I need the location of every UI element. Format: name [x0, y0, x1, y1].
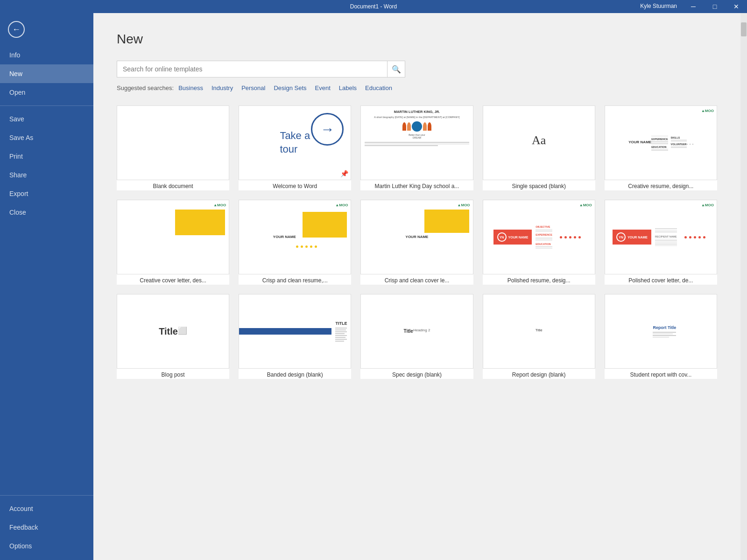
template-thumb-polished-cover: ▲MOO YN YOUR NAME RECIPIENT NAME — [605, 200, 717, 274]
app-body: ← Info New Open Save Save As Print Share… — [0, 13, 747, 560]
template-banded[interactable]: TITLE Banded design (blank — [239, 294, 351, 379]
template-blog-post[interactable]: Title ⬜ Blog post — [117, 294, 229, 379]
template-thumb-crisp-resume: ▲MOO YOUR NAME — [239, 200, 351, 274]
template-mlk[interactable]: MARTIN LUTHER KING, JR. A short biograph… — [360, 105, 473, 190]
sidebar-item-export[interactable]: Export — [0, 184, 93, 203]
template-thumb-creative-cover: ▲MOO — [117, 200, 229, 274]
template-thumb-blank — [117, 105, 229, 180]
template-label-student-report: Student report with cov... — [605, 369, 717, 379]
template-creative-cover[interactable]: ▲MOO — [117, 200, 229, 285]
sidebar-divider-1 — [0, 105, 93, 106]
sidebar-item-save-as[interactable]: Save As — [0, 128, 93, 147]
template-student-report[interactable]: Report Title Student report with cov... — [605, 294, 717, 379]
template-label-blank: Blank document — [117, 180, 229, 190]
suggested-link-labels[interactable]: Labels — [339, 84, 357, 91]
sidebar: ← Info New Open Save Save As Print Share… — [0, 13, 93, 560]
sidebar-label-print: Print — [9, 153, 23, 160]
template-label-creative-resume: Creative resume, design... — [605, 180, 717, 190]
sidebar-label-export: Export — [9, 190, 28, 197]
sidebar-label-share: Share — [9, 171, 27, 179]
template-thumb-single-spaced: Aa — [483, 105, 595, 180]
template-crisp-resume[interactable]: ▲MOO YOUR NAME — [239, 200, 351, 285]
template-report[interactable]: Title Report design (blank) — [483, 294, 595, 379]
sidebar-label-save: Save — [9, 115, 24, 123]
template-label-creative-cover: Creative cover letter, des... — [117, 274, 229, 285]
sidebar-item-account[interactable]: Account — [0, 499, 93, 518]
maximize-button[interactable]: □ — [704, 0, 726, 13]
minimize-button[interactable]: ─ — [683, 0, 704, 13]
search-input[interactable] — [117, 61, 388, 77]
suggested-label: Suggested searches: — [117, 84, 174, 91]
sidebar-label-new: New — [9, 70, 22, 77]
sidebar-item-print[interactable]: Print — [0, 147, 93, 166]
suggested-link-personal[interactable]: Personal — [241, 84, 265, 91]
template-grid: Blank document Take atour → 📌 Welcome to… — [117, 105, 717, 379]
suggested-link-design-sets[interactable]: Design Sets — [274, 84, 306, 91]
sidebar-item-open[interactable]: Open — [0, 83, 93, 102]
sidebar-divider-2 — [0, 495, 93, 496]
search-icon: 🔍 — [392, 65, 401, 74]
sidebar-label-options: Options — [9, 542, 32, 550]
sidebar-item-new[interactable]: New — [0, 64, 93, 83]
search-bar: 🔍 — [117, 61, 717, 77]
template-label-banded: Banded design (blank) — [239, 369, 351, 379]
template-label-crisp-cover: Crisp and clean cover le... — [360, 274, 473, 285]
template-tour[interactable]: Take atour → 📌 Welcome to Word — [239, 105, 351, 190]
template-thumb-spec: Title Heading 2 — [360, 294, 473, 369]
sidebar-item-info[interactable]: Info — [0, 46, 93, 64]
sidebar-item-close[interactable]: Close — [0, 203, 93, 222]
template-thumb-report: Title — [483, 294, 595, 369]
suggested-link-industry[interactable]: Industry — [211, 84, 233, 91]
template-label-polished-cover: Polished cover letter, de... — [605, 274, 717, 285]
sidebar-item-save[interactable]: Save — [0, 110, 93, 128]
template-thumb-tour: Take atour → 📌 — [239, 105, 351, 180]
template-thumb-creative-resume: ▲MOO YOUR NAME EXPERIENCE EDUCATION — [605, 105, 717, 180]
suggested-link-business[interactable]: Business — [178, 84, 203, 91]
template-thumb-banded: TITLE — [239, 294, 351, 369]
template-thumb-polished-resume: ▲MOO YN YOUR NAME OBJECTIVE EXPERIENCE E… — [483, 200, 595, 274]
template-label-crisp-resume: Crisp and clean resume,... — [239, 274, 351, 285]
user-name: Kyle Stuurman — [640, 3, 677, 9]
template-thumb-crisp-cover: ▲MOO YOUR NAME — [360, 200, 473, 274]
suggested-link-event[interactable]: Event — [315, 84, 331, 91]
sidebar-label-close: Close — [9, 209, 26, 216]
template-label-spec: Spec design (blank) — [360, 369, 473, 379]
scrollbar[interactable] — [740, 13, 747, 560]
template-label-blog-post: Blog post — [117, 369, 229, 379]
sidebar-label-account: Account — [9, 505, 33, 512]
sidebar-spacer — [0, 222, 93, 491]
sidebar-item-share[interactable]: Share — [0, 166, 93, 184]
pin-icon[interactable]: 📌 — [340, 170, 348, 177]
tour-arrow-icon: → — [311, 113, 344, 146]
template-label-report: Report design (blank) — [483, 369, 595, 379]
template-thumb-mlk: MARTIN LUTHER KING, JR. A short biograph… — [360, 105, 473, 180]
template-label-tour: Welcome to Word — [239, 180, 351, 190]
main-content: New 🔍 Suggested searches: Business Indus… — [93, 13, 740, 560]
template-label-mlk: Martin Luther King Day school a... — [360, 180, 473, 190]
scrollbar-thumb[interactable] — [741, 22, 747, 36]
sidebar-label-open: Open — [9, 89, 25, 96]
template-polished-resume[interactable]: ▲MOO YN YOUR NAME OBJECTIVE EXPERIENCE E… — [483, 200, 595, 285]
sidebar-label-feedback: Feedback — [9, 524, 38, 531]
template-crisp-cover[interactable]: ▲MOO YOUR NAME Crisp and clean cover le. — [360, 200, 473, 285]
template-creative-resume[interactable]: ▲MOO YOUR NAME EXPERIENCE EDUCATION — [605, 105, 717, 190]
search-button[interactable]: 🔍 — [388, 61, 405, 77]
template-thumb-blog-post: Title ⬜ — [117, 294, 229, 369]
sidebar-bottom: Account Feedback Options — [0, 499, 93, 560]
template-polished-cover[interactable]: ▲MOO YN YOUR NAME RECIPIENT NAME — [605, 200, 717, 285]
back-button[interactable]: ← — [5, 18, 28, 41]
template-blank[interactable]: Blank document — [117, 105, 229, 190]
close-button[interactable]: ✕ — [726, 0, 747, 13]
window-controls: ─ □ ✕ — [683, 0, 747, 13]
suggested-link-education[interactable]: Education — [365, 84, 392, 91]
sidebar-item-options[interactable]: Options — [0, 537, 93, 555]
window-title: Document1 - Word — [350, 3, 397, 10]
sidebar-item-feedback[interactable]: Feedback — [0, 518, 93, 537]
sidebar-label-info: Info — [9, 51, 20, 59]
template-spec[interactable]: Title Heading 2 Spec design (blank — [360, 294, 473, 379]
title-bar: Document1 - Word Kyle Stuurman ─ □ ✕ — [0, 0, 747, 13]
template-label-single-spaced: Single spaced (blank) — [483, 180, 595, 190]
template-single-spaced[interactable]: Aa Single spaced (blank) — [483, 105, 595, 190]
back-icon: ← — [8, 21, 25, 38]
template-thumb-student-report: Report Title — [605, 294, 717, 369]
